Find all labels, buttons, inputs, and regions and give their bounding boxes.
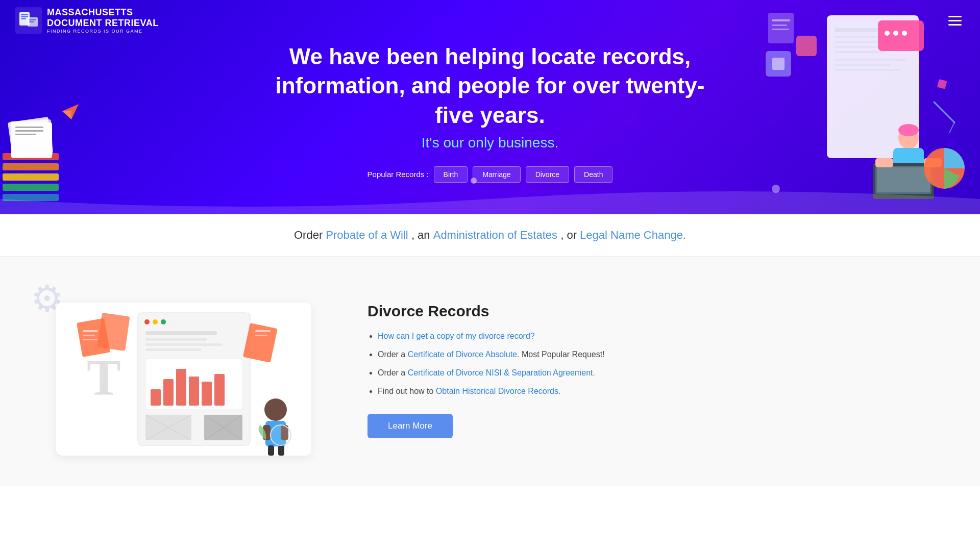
hamburger-line-3 <box>948 24 962 26</box>
list-item-3-prefix: Order a <box>378 368 408 377</box>
list-item-3: Order a Certificate of Divorce NISI & Se… <box>378 367 939 379</box>
svg-rect-43 <box>772 58 785 70</box>
svg-point-57 <box>161 319 166 324</box>
list-item-4: Find out how to Obtain Historical Divorc… <box>378 385 939 397</box>
svg-point-56 <box>153 319 158 324</box>
svg-rect-40 <box>875 158 893 167</box>
svg-rect-29 <box>835 69 901 71</box>
svg-rect-67 <box>202 382 212 406</box>
administration-link[interactable]: Administration of Estates <box>433 229 557 241</box>
svg-text:T: T <box>87 349 121 406</box>
order-connector1: , an <box>411 229 433 241</box>
header: MASSACHUSETTS DOCUMENT RETRIEVAL FINDING… <box>0 0 980 41</box>
order-text: Order Probate of a Will , an Administrat… <box>10 229 970 242</box>
divorce-absolute-link[interactable]: Certificate of Divorce Absolute. <box>408 350 520 359</box>
svg-rect-17 <box>15 130 43 132</box>
hero-subtitle: It's our only business. <box>260 135 720 151</box>
svg-rect-80 <box>255 335 267 336</box>
svg-line-49 <box>949 122 954 133</box>
svg-rect-89 <box>278 445 284 456</box>
order-connector2: , or <box>560 229 580 241</box>
record-death-btn[interactable]: Death <box>574 166 612 183</box>
doc-svg: T <box>56 303 311 456</box>
probate-link[interactable]: Probate of a Will <box>326 229 408 241</box>
popular-records: Popular Records : Birth Marriage Divorce… <box>260 166 720 183</box>
hamburger-line-2 <box>948 20 962 21</box>
svg-rect-9 <box>3 163 59 170</box>
list-item-4-prefix: Find out how to <box>378 387 436 395</box>
hero-plane-decor <box>61 102 80 122</box>
divorce-nisi-link[interactable]: Certificate of Divorce NISI & Separation… <box>408 368 595 377</box>
svg-point-90 <box>271 425 291 445</box>
svg-rect-7 <box>29 21 34 22</box>
logo-text: MASSACHUSETTS DOCUMENT RETRIEVAL FINDING… <box>47 7 159 34</box>
svg-rect-68 <box>214 374 225 406</box>
list-item-2: Order a Certificate of Divorce Absolute.… <box>378 348 939 361</box>
svg-rect-26 <box>835 51 886 53</box>
list-item-1: How can I get a copy of my divorce recor… <box>378 330 939 342</box>
svg-rect-77 <box>97 313 130 351</box>
section-title: Divorce Records <box>368 303 939 320</box>
hero-title: We have been helping locate records, inf… <box>260 42 720 130</box>
svg-rect-63 <box>151 389 161 406</box>
svg-rect-74 <box>83 330 98 332</box>
name-change-link[interactable]: Legal Name Change. <box>580 229 686 241</box>
historical-divorce-link[interactable]: Obtain Historical Divorce Records. <box>436 387 561 395</box>
svg-rect-6 <box>29 19 36 20</box>
popular-records-label: Popular Records : <box>368 170 429 179</box>
svg-rect-61 <box>145 348 202 351</box>
svg-line-48 <box>934 102 954 122</box>
svg-rect-65 <box>176 369 186 406</box>
svg-rect-66 <box>189 377 199 406</box>
record-divorce-btn[interactable]: Divorce <box>526 166 569 183</box>
svg-rect-10 <box>3 173 59 181</box>
learn-more-button[interactable]: Learn More <box>368 414 453 438</box>
svg-point-84 <box>264 398 287 421</box>
svg-point-35 <box>898 124 919 136</box>
svg-rect-64 <box>163 379 174 406</box>
svg-rect-88 <box>268 445 274 456</box>
svg-rect-46 <box>937 79 947 89</box>
hamburger-line-1 <box>948 16 962 17</box>
record-marriage-btn[interactable]: Marriage <box>473 166 520 183</box>
svg-marker-20 <box>62 111 71 119</box>
divorce-record-link[interactable]: How can I get a copy of my divorce recor… <box>378 332 535 340</box>
logo-area: MASSACHUSETTS DOCUMENT RETRIEVAL FINDING… <box>15 7 159 34</box>
content-text: Divorce Records How can I get a copy of … <box>368 287 939 438</box>
order-prefix: Order <box>294 229 326 241</box>
svg-rect-16 <box>15 127 43 128</box>
svg-rect-58 <box>145 331 217 335</box>
logo-subtitle: FINDING RECORDS IS OUR GAME <box>47 29 159 34</box>
svg-rect-59 <box>145 338 207 341</box>
svg-rect-28 <box>835 64 891 66</box>
order-section: Order Probate of a Will , an Administrat… <box>0 214 980 257</box>
logo-title: MASSACHUSETTS DOCUMENT RETRIEVAL <box>47 7 159 28</box>
svg-rect-76 <box>83 339 97 340</box>
content-list: How can I get a copy of my divorce recor… <box>368 330 939 397</box>
svg-rect-75 <box>83 335 95 336</box>
content-section: ⚙ <box>0 257 980 486</box>
hero-content: We have been helping locate records, inf… <box>260 42 720 183</box>
logo-icon <box>15 7 42 34</box>
svg-rect-4 <box>21 18 26 19</box>
svg-rect-2 <box>21 14 28 15</box>
svg-point-55 <box>144 319 150 324</box>
hero-wave <box>0 184 980 214</box>
hamburger-menu[interactable] <box>945 13 965 29</box>
svg-rect-3 <box>21 16 28 17</box>
list-item-2-prefix: Order a <box>378 350 408 359</box>
illus-frame: T <box>56 303 311 456</box>
svg-rect-79 <box>255 330 271 332</box>
svg-rect-18 <box>15 134 36 135</box>
svg-rect-60 <box>145 343 222 346</box>
record-birth-btn[interactable]: Birth <box>434 166 468 183</box>
list-item-2-suffix: Most Popular Request! <box>519 350 604 359</box>
svg-rect-27 <box>835 59 906 61</box>
content-illustration: ⚙ <box>41 287 337 456</box>
